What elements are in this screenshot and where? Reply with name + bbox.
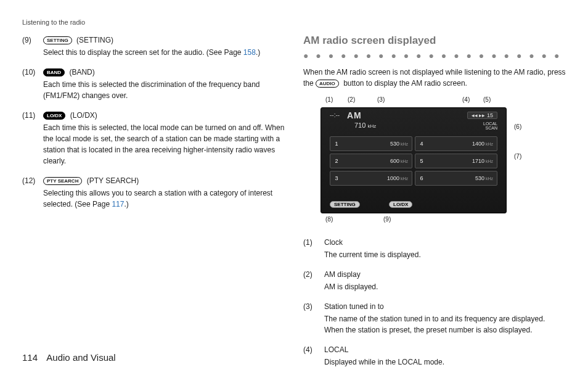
figure: (1) (2) (3) (4) (5) (6) (7) (8) (9) --:-… — [303, 96, 537, 226]
item-desc: Selecting this allows you to search a st… — [43, 188, 285, 210]
page-number: 114 — [22, 352, 44, 363]
page: Listening to the radio (9) SETTING (SETT… — [0, 0, 588, 375]
item-number: (12) — [22, 175, 43, 210]
band-display: AM — [347, 110, 362, 120]
callout-1: (1) — [325, 96, 333, 103]
presets: 1530kHz 41400kHz 2600kHz 51710kHz 31000k… — [330, 136, 497, 186]
local-scan: LOCALSCAN — [483, 122, 497, 130]
item-desc: The name of the station tuned in to and … — [324, 313, 566, 336]
item-label: (SETTING) — [76, 36, 113, 44]
intro-text: When the AM radio screen is not displaye… — [303, 67, 566, 89]
preset-button[interactable]: 41400kHz — [415, 136, 497, 151]
item-number: (4) — [303, 344, 324, 368]
callout-8: (8) — [325, 216, 333, 223]
left-column: (9) SETTING (SETTING) Select this to dis… — [22, 35, 285, 375]
list-item: (3) Station tuned in to The name of the … — [303, 301, 566, 336]
callout-5: (5) — [483, 96, 491, 103]
page-link[interactable]: 158 — [243, 48, 256, 57]
item-number: (11) — [22, 110, 43, 167]
callout-2: (2) — [348, 96, 355, 103]
list-item: (4) LOCAL Displayed while in the LOCAL m… — [303, 344, 566, 368]
frequency: 710 kHz — [354, 122, 376, 129]
list-item: (10) BAND (BAND) Each time this is selec… — [22, 67, 285, 101]
setting-button[interactable]: SETTING — [330, 201, 360, 208]
item-desc: Displayed while in the LOCAL mode. — [324, 356, 566, 368]
lodx-icon: LO/DX — [43, 112, 65, 120]
item-number: (2) — [303, 269, 324, 292]
clock: --:-- — [330, 112, 340, 118]
item-number: (1) — [303, 237, 324, 260]
footer-section: Audio and Visual — [46, 352, 115, 363]
callout-3: (3) — [377, 96, 385, 103]
item-desc: Select this to display the screen set fo… — [43, 47, 285, 58]
running-header: Listening to the radio — [22, 19, 566, 26]
section-title: AM radio screen displayed — [303, 35, 566, 47]
item-label: (BAND) — [69, 68, 94, 76]
seek-button[interactable]: ◂◂ ▸▸ 15 — [467, 112, 497, 119]
footer: 114 Audio and Visual — [22, 352, 116, 363]
callout-9: (9) — [383, 216, 391, 223]
list-item: (12) PTY SEARCH (PTY SEARCH) Selecting t… — [22, 175, 285, 210]
item-label: LOCAL — [324, 345, 348, 354]
item-label: AM display — [324, 270, 361, 279]
item-number: (3) — [303, 301, 324, 336]
band-icon: BAND — [43, 68, 65, 76]
item-number: (10) — [22, 67, 43, 101]
item-label: (PTY SEARCH) — [87, 176, 139, 185]
list-item: (1) Clock The current time is displayed. — [303, 237, 566, 260]
item-desc: Each time this is selected, the local mo… — [43, 122, 285, 167]
preset-button[interactable]: 1530kHz — [330, 136, 412, 151]
item-desc: The current time is displayed. — [324, 249, 566, 260]
decorative-dots: ● ● ● ● ● ● ● ● ● ● ● ● ● ● ● ● ● ● ● ● … — [303, 51, 566, 60]
item-label: Clock — [324, 238, 343, 247]
preset-button[interactable]: 2600kHz — [330, 154, 412, 168]
item-desc: Each time this is selected the discrimin… — [43, 79, 285, 101]
preset-button[interactable]: 31000kHz — [330, 171, 412, 186]
pty-search-icon: PTY SEARCH — [43, 177, 82, 185]
list-item: (2) AM display AM is displayed. — [303, 269, 566, 292]
preset-button[interactable]: 51710kHz — [415, 154, 497, 168]
item-number: (9) — [22, 35, 43, 58]
item-label: (LO/DX) — [70, 111, 97, 120]
item-desc: AM is displayed. — [324, 281, 566, 292]
preset-button[interactable]: 6530kHz — [415, 171, 497, 186]
am-radio-screen: --:-- AM 710 kHz ◂◂ ▸▸ 15 LOCALSCAN 1530… — [321, 107, 507, 213]
setting-icon: SETTING — [43, 36, 72, 44]
audio-icon: AUDIO — [316, 80, 339, 88]
callout-6: (6) — [514, 123, 521, 130]
callout-4: (4) — [462, 96, 470, 103]
columns: (9) SETTING (SETTING) Select this to dis… — [22, 35, 566, 375]
callout-7: (7) — [514, 153, 521, 160]
lodx-button[interactable]: LO/DX — [389, 201, 412, 208]
page-link[interactable]: 117 — [112, 200, 124, 208]
right-column: AM radio screen displayed ● ● ● ● ● ● ● … — [303, 35, 566, 375]
list-item: (11) LO/DX (LO/DX) Each time this is sel… — [22, 110, 285, 167]
item-label: Station tuned in to — [324, 302, 384, 311]
list-item: (9) SETTING (SETTING) Select this to dis… — [22, 35, 285, 58]
